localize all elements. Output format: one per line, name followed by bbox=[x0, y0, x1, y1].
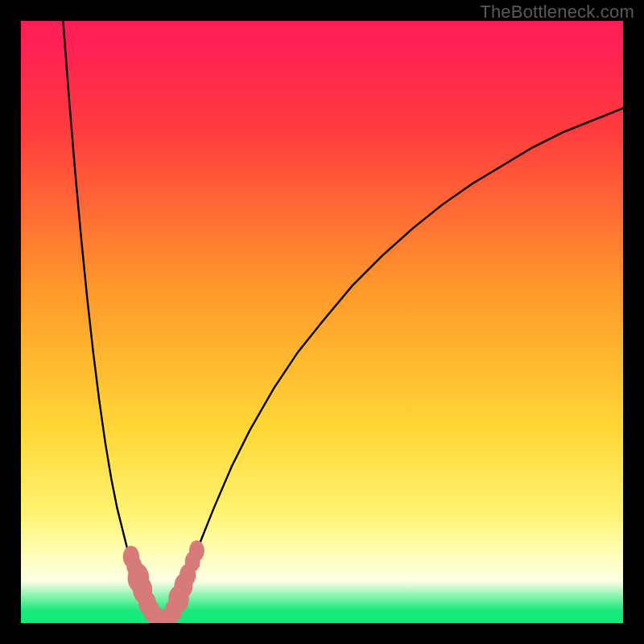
curve-left-branch bbox=[63, 21, 159, 620]
curve-markers bbox=[123, 540, 204, 623]
plot-area bbox=[21, 21, 623, 623]
watermark-text: TheBottleneck.com bbox=[480, 2, 634, 23]
data-marker bbox=[189, 540, 204, 561]
curve-right-branch bbox=[166, 108, 623, 620]
outer-frame: TheBottleneck.com bbox=[0, 0, 644, 644]
bottleneck-curve bbox=[21, 21, 623, 623]
